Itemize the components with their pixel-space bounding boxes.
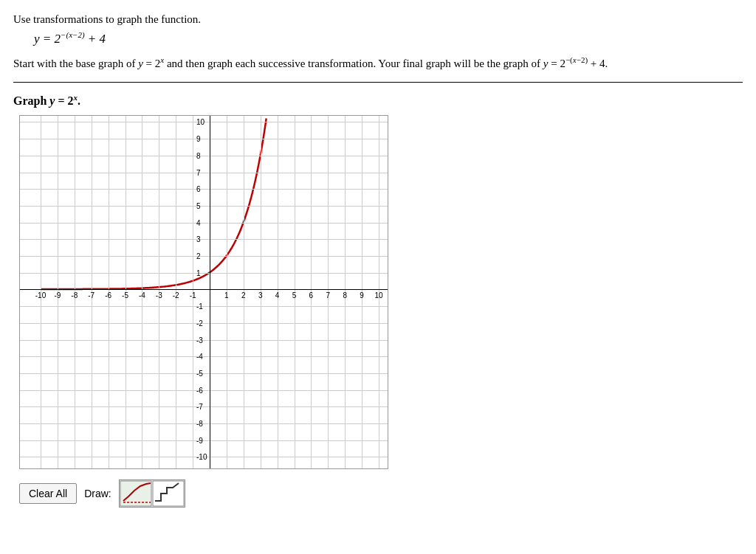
x-tick-label: -1 [190,291,196,299]
grid-line-horizontal [20,256,388,257]
x-tick-label: -9 [54,291,61,299]
x-tick-label: 4 [275,291,280,299]
grid-line-horizontal [20,239,388,240]
y-tick-label: 7 [196,168,201,176]
x-tick-label: -6 [105,291,111,299]
y-tick-label: 9 [196,135,201,143]
y-tick-label: 10 [196,118,205,126]
clear-all-button[interactable]: Clear All [19,483,77,504]
y-tick-label: -9 [196,436,203,444]
x-tick-label: -2 [173,291,179,299]
x-tick-label: 6 [309,291,314,299]
x-tick-label: 1 [224,291,229,299]
x-tick-label: -10 [35,291,46,299]
x-tick-label: -7 [88,291,94,299]
x-tick-label: 10 [374,291,382,299]
y-axis [210,116,210,468]
grid-line-horizontal [20,206,388,207]
y-tick-label: -3 [196,336,203,344]
y-tick-label: -6 [196,386,203,394]
y-tick-label: 5 [196,201,201,210]
grid-line-horizontal [20,173,388,173]
graph-container: -10-9-8-7-6-5-4-3-2-112345678910-10-9-8-… [19,115,743,508]
instructions-text: Use transformations to graph the functio… [13,13,743,26]
x-tick-label: -5 [122,291,128,299]
grid-line-horizontal [20,390,388,391]
x-tick-label: 2 [241,291,246,299]
x-tick-label: 5 [292,291,297,299]
draw-label: Draw: [84,488,111,499]
grid-line-horizontal [20,356,388,357]
graph-label: Graph y = 2x. [13,93,743,108]
grid-line-horizontal [20,273,388,274]
grid-line-horizontal [20,373,388,374]
svg-rect-2 [153,481,184,506]
x-tick-label: -3 [156,291,162,299]
y-tick-label: 2 [196,252,201,260]
divider [13,82,743,83]
y-tick-label: 3 [196,235,201,243]
grid-line-horizontal [20,139,388,139]
grid-line-horizontal [20,423,388,424]
y-tick-label: -1 [196,302,203,311]
y-tick-label: -7 [196,403,203,411]
grid-line-horizontal [20,156,388,156]
grid-line-horizontal [20,340,388,341]
y-tick-label: -5 [196,369,203,377]
y-tick-label: 8 [196,151,201,159]
y-tick-label: -10 [196,453,207,461]
y-tick-label: -2 [196,319,203,327]
y-tick-label: -4 [196,353,203,361]
draw-icons-svg [120,480,185,507]
graph-area[interactable]: -10-9-8-7-6-5-4-3-2-112345678910-10-9-8-… [19,115,388,469]
y-tick-label: 1 [196,269,201,277]
y-tick-label: -8 [196,420,203,428]
x-tick-label: 7 [326,291,331,299]
main-equation: y = 2−(x−2) + 4 [34,30,743,46]
bottom-controls: Clear All Draw: [19,479,185,508]
x-tick-label: 9 [360,291,364,299]
x-axis [20,289,388,290]
grid-line-horizontal [20,189,388,190]
draw-icon-box[interactable] [119,479,185,508]
grid-line-horizontal [20,306,388,307]
x-tick-label: 3 [258,291,263,299]
y-tick-label: 6 [196,185,201,193]
x-tick-label: 8 [343,291,347,299]
grid-line-horizontal [20,440,388,441]
x-tick-label: -8 [71,291,78,299]
grid-line-horizontal [20,323,388,324]
description: Start with the base graph of y = 2x and … [13,54,743,72]
y-tick-label: 4 [196,218,201,226]
x-tick-label: -4 [139,291,145,299]
grid-line-horizontal [20,406,388,407]
grid-line-horizontal [20,223,388,224]
